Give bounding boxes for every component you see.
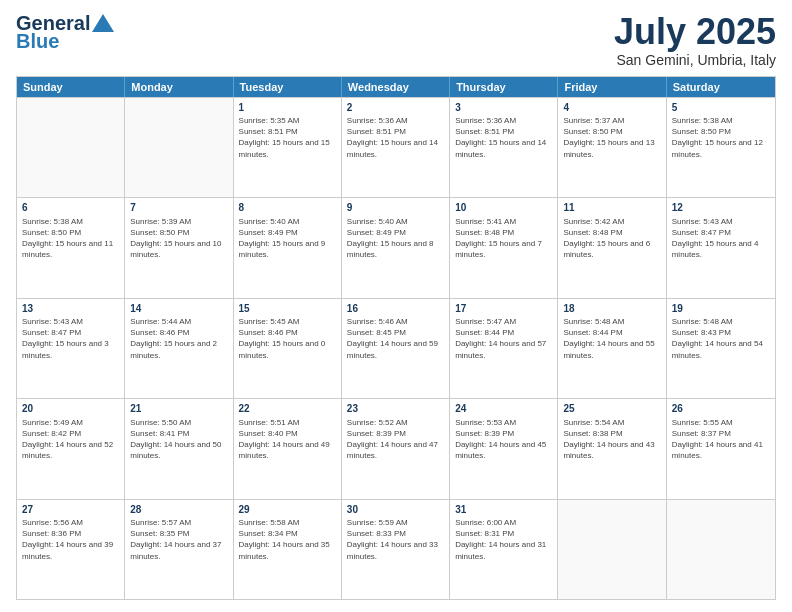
calendar-cell: 25Sunrise: 5:54 AM Sunset: 8:38 PM Dayli… [558,399,666,498]
day-header-wednesday: Wednesday [342,77,450,97]
day-number: 28 [130,503,227,517]
calendar-week-3: 13Sunrise: 5:43 AM Sunset: 8:47 PM Dayli… [17,298,775,398]
day-number: 14 [130,302,227,316]
day-header-monday: Monday [125,77,233,97]
calendar-cell: 2Sunrise: 5:36 AM Sunset: 8:51 PM Daylig… [342,98,450,197]
calendar-cell: 31Sunrise: 6:00 AM Sunset: 8:31 PM Dayli… [450,500,558,599]
calendar-cell [667,500,775,599]
calendar-cell: 24Sunrise: 5:53 AM Sunset: 8:39 PM Dayli… [450,399,558,498]
day-number: 19 [672,302,770,316]
day-number: 6 [22,201,119,215]
calendar-cell: 23Sunrise: 5:52 AM Sunset: 8:39 PM Dayli… [342,399,450,498]
day-header-thursday: Thursday [450,77,558,97]
cell-info: Sunrise: 5:58 AM Sunset: 8:34 PM Dayligh… [239,517,336,562]
day-number: 4 [563,101,660,115]
day-number: 24 [455,402,552,416]
cell-info: Sunrise: 5:44 AM Sunset: 8:46 PM Dayligh… [130,316,227,361]
calendar-cell: 7Sunrise: 5:39 AM Sunset: 8:50 PM Daylig… [125,198,233,297]
cell-info: Sunrise: 5:35 AM Sunset: 8:51 PM Dayligh… [239,115,336,160]
day-number: 12 [672,201,770,215]
day-number: 15 [239,302,336,316]
calendar-week-1: 1Sunrise: 5:35 AM Sunset: 8:51 PM Daylig… [17,97,775,197]
calendar-cell: 18Sunrise: 5:48 AM Sunset: 8:44 PM Dayli… [558,299,666,398]
calendar-cell: 30Sunrise: 5:59 AM Sunset: 8:33 PM Dayli… [342,500,450,599]
cell-info: Sunrise: 5:37 AM Sunset: 8:50 PM Dayligh… [563,115,660,160]
day-number: 17 [455,302,552,316]
day-number: 26 [672,402,770,416]
day-number: 10 [455,201,552,215]
cell-info: Sunrise: 5:36 AM Sunset: 8:51 PM Dayligh… [347,115,444,160]
cell-info: Sunrise: 5:47 AM Sunset: 8:44 PM Dayligh… [455,316,552,361]
cell-info: Sunrise: 5:54 AM Sunset: 8:38 PM Dayligh… [563,417,660,462]
calendar-cell: 13Sunrise: 5:43 AM Sunset: 8:47 PM Dayli… [17,299,125,398]
day-number: 8 [239,201,336,215]
cell-info: Sunrise: 5:46 AM Sunset: 8:45 PM Dayligh… [347,316,444,361]
calendar-cell [125,98,233,197]
calendar-body: 1Sunrise: 5:35 AM Sunset: 8:51 PM Daylig… [17,97,775,599]
day-number: 21 [130,402,227,416]
day-number: 7 [130,201,227,215]
day-number: 3 [455,101,552,115]
calendar: SundayMondayTuesdayWednesdayThursdayFrid… [16,76,776,600]
calendar-header: SundayMondayTuesdayWednesdayThursdayFrid… [17,77,775,97]
day-number: 25 [563,402,660,416]
calendar-cell: 1Sunrise: 5:35 AM Sunset: 8:51 PM Daylig… [234,98,342,197]
calendar-week-4: 20Sunrise: 5:49 AM Sunset: 8:42 PM Dayli… [17,398,775,498]
calendar-cell: 4Sunrise: 5:37 AM Sunset: 8:50 PM Daylig… [558,98,666,197]
cell-info: Sunrise: 5:42 AM Sunset: 8:48 PM Dayligh… [563,216,660,261]
calendar-cell: 3Sunrise: 5:36 AM Sunset: 8:51 PM Daylig… [450,98,558,197]
cell-info: Sunrise: 5:52 AM Sunset: 8:39 PM Dayligh… [347,417,444,462]
calendar-week-2: 6Sunrise: 5:38 AM Sunset: 8:50 PM Daylig… [17,197,775,297]
calendar-cell: 6Sunrise: 5:38 AM Sunset: 8:50 PM Daylig… [17,198,125,297]
cell-info: Sunrise: 5:48 AM Sunset: 8:44 PM Dayligh… [563,316,660,361]
day-header-tuesday: Tuesday [234,77,342,97]
header: General Blue July 2025 San Gemini, Umbri… [16,12,776,68]
cell-info: Sunrise: 5:43 AM Sunset: 8:47 PM Dayligh… [22,316,119,361]
calendar-cell: 15Sunrise: 5:45 AM Sunset: 8:46 PM Dayli… [234,299,342,398]
day-number: 9 [347,201,444,215]
calendar-cell: 22Sunrise: 5:51 AM Sunset: 8:40 PM Dayli… [234,399,342,498]
day-number: 1 [239,101,336,115]
day-number: 31 [455,503,552,517]
title-section: July 2025 San Gemini, Umbria, Italy [614,12,776,68]
cell-info: Sunrise: 5:56 AM Sunset: 8:36 PM Dayligh… [22,517,119,562]
cell-info: Sunrise: 5:57 AM Sunset: 8:35 PM Dayligh… [130,517,227,562]
calendar-cell: 17Sunrise: 5:47 AM Sunset: 8:44 PM Dayli… [450,299,558,398]
cell-info: Sunrise: 5:41 AM Sunset: 8:48 PM Dayligh… [455,216,552,261]
day-header-friday: Friday [558,77,666,97]
calendar-cell: 10Sunrise: 5:41 AM Sunset: 8:48 PM Dayli… [450,198,558,297]
calendar-cell [558,500,666,599]
cell-info: Sunrise: 5:38 AM Sunset: 8:50 PM Dayligh… [672,115,770,160]
cell-info: Sunrise: 5:39 AM Sunset: 8:50 PM Dayligh… [130,216,227,261]
calendar-cell: 20Sunrise: 5:49 AM Sunset: 8:42 PM Dayli… [17,399,125,498]
calendar-cell: 9Sunrise: 5:40 AM Sunset: 8:49 PM Daylig… [342,198,450,297]
day-header-saturday: Saturday [667,77,775,97]
calendar-week-5: 27Sunrise: 5:56 AM Sunset: 8:36 PM Dayli… [17,499,775,599]
cell-info: Sunrise: 5:48 AM Sunset: 8:43 PM Dayligh… [672,316,770,361]
day-header-sunday: Sunday [17,77,125,97]
calendar-cell: 8Sunrise: 5:40 AM Sunset: 8:49 PM Daylig… [234,198,342,297]
cell-info: Sunrise: 5:36 AM Sunset: 8:51 PM Dayligh… [455,115,552,160]
cell-info: Sunrise: 5:50 AM Sunset: 8:41 PM Dayligh… [130,417,227,462]
calendar-cell: 5Sunrise: 5:38 AM Sunset: 8:50 PM Daylig… [667,98,775,197]
location: San Gemini, Umbria, Italy [614,52,776,68]
calendar-cell: 19Sunrise: 5:48 AM Sunset: 8:43 PM Dayli… [667,299,775,398]
day-number: 11 [563,201,660,215]
day-number: 30 [347,503,444,517]
calendar-cell: 27Sunrise: 5:56 AM Sunset: 8:36 PM Dayli… [17,500,125,599]
cell-info: Sunrise: 6:00 AM Sunset: 8:31 PM Dayligh… [455,517,552,562]
calendar-cell: 11Sunrise: 5:42 AM Sunset: 8:48 PM Dayli… [558,198,666,297]
day-number: 27 [22,503,119,517]
calendar-cell: 29Sunrise: 5:58 AM Sunset: 8:34 PM Dayli… [234,500,342,599]
day-number: 29 [239,503,336,517]
cell-info: Sunrise: 5:43 AM Sunset: 8:47 PM Dayligh… [672,216,770,261]
svg-marker-0 [92,14,114,32]
cell-info: Sunrise: 5:59 AM Sunset: 8:33 PM Dayligh… [347,517,444,562]
logo-text-blue: Blue [16,30,59,52]
calendar-cell: 14Sunrise: 5:44 AM Sunset: 8:46 PM Dayli… [125,299,233,398]
day-number: 16 [347,302,444,316]
cell-info: Sunrise: 5:49 AM Sunset: 8:42 PM Dayligh… [22,417,119,462]
day-number: 23 [347,402,444,416]
cell-info: Sunrise: 5:38 AM Sunset: 8:50 PM Dayligh… [22,216,119,261]
cell-info: Sunrise: 5:45 AM Sunset: 8:46 PM Dayligh… [239,316,336,361]
